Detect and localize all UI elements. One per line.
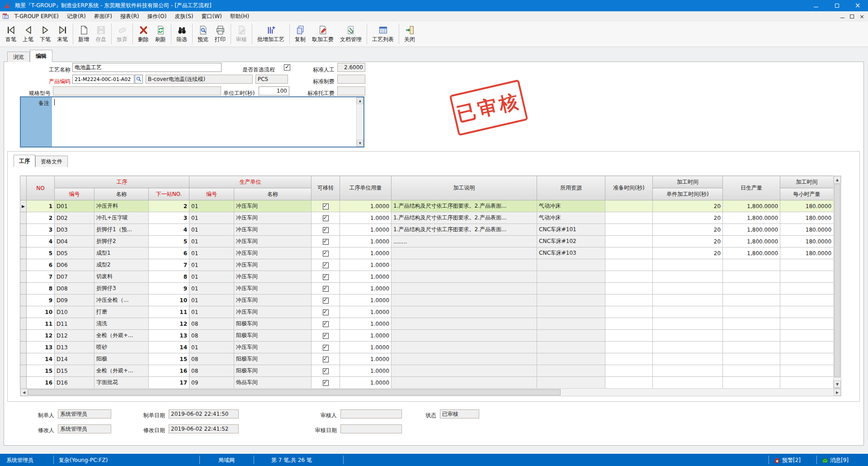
cell-resource[interactable]: CNC车床#101	[537, 224, 605, 236]
column-header-daily-output[interactable]: 日生产量	[723, 176, 780, 200]
cell-usage[interactable]: 1.0000	[340, 200, 392, 212]
movable-checkbox[interactable]	[323, 309, 329, 315]
cell-code[interactable]: D05	[55, 247, 94, 259]
cell-unit-time[interactable]	[653, 259, 723, 271]
toolbar-document-management-button[interactable]: 文档管理	[337, 22, 365, 46]
preferred-flow-checkbox[interactable]	[284, 64, 290, 71]
detail-tab-process[interactable]: 工序	[14, 155, 35, 167]
movable-checkbox[interactable]	[323, 380, 329, 386]
scroll-down-icon[interactable]: ▼	[357, 140, 363, 147]
column-header-code[interactable]: 编号	[55, 188, 94, 200]
cell-next-no[interactable]: 14	[149, 342, 189, 353]
cell-resource[interactable]	[537, 330, 605, 342]
movable-checkbox[interactable]	[323, 286, 329, 292]
movable-checkbox[interactable]	[323, 368, 329, 374]
cell-selector[interactable]	[20, 259, 27, 271]
cell-hourly-output[interactable]	[780, 306, 834, 318]
cell-unit-time[interactable]	[653, 353, 723, 365]
cell-unit-time[interactable]	[653, 365, 723, 377]
movable-checkbox[interactable]	[323, 274, 329, 280]
cell-hourly-output[interactable]: 180.0000	[780, 236, 834, 247]
cell-resource[interactable]: CNC车床#102	[537, 236, 605, 247]
cell-instructions[interactable]	[392, 295, 537, 306]
column-header-prep-time[interactable]: 准备时间(秒)	[605, 176, 653, 200]
cell-next-no[interactable]: 17	[149, 377, 189, 389]
cell-resource[interactable]	[537, 306, 605, 318]
cell-unit-name[interactable]: 冲压车间	[234, 259, 311, 271]
toolbar-batch-add-process-button[interactable]: 批增加工艺	[254, 22, 288, 46]
cell-unit-code[interactable]: 01	[189, 259, 234, 271]
cell-usage[interactable]: 1.0000	[340, 224, 392, 236]
cell-name[interactable]: 折脚仔1（预...	[94, 224, 149, 236]
cell-prep-time[interactable]	[605, 224, 653, 236]
toolbar-refresh-button[interactable]: 刷新	[152, 22, 169, 46]
cell-no[interactable]: 11	[27, 318, 55, 330]
cell-prep-time[interactable]	[605, 295, 653, 306]
cell-next-no[interactable]: 3	[149, 212, 189, 224]
process-name-input[interactable]	[72, 63, 222, 72]
cell-movable[interactable]	[311, 353, 340, 365]
toolbar-new-button[interactable]: 新增	[75, 22, 92, 46]
product-code-input[interactable]	[72, 75, 134, 84]
cell-prep-time[interactable]	[605, 236, 653, 247]
cell-selector[interactable]	[20, 283, 27, 295]
cell-selector[interactable]	[20, 236, 27, 247]
cell-unit-code[interactable]: 01	[189, 247, 234, 259]
cell-prep-time[interactable]	[605, 259, 653, 271]
cell-name[interactable]: 切废料	[94, 271, 149, 283]
cell-daily-output[interactable]: 1,800.0000	[723, 236, 780, 247]
cell-hourly-output[interactable]	[780, 295, 834, 306]
cell-code[interactable]: D04	[55, 236, 94, 247]
cell-movable[interactable]	[311, 236, 340, 247]
cell-no[interactable]: 8	[27, 283, 55, 295]
cell-instructions[interactable]	[392, 330, 537, 342]
toolbar-process-list-button[interactable]: 工艺列表	[369, 22, 397, 46]
cell-usage[interactable]: 1.0000	[340, 318, 392, 330]
cell-unit-code[interactable]: 01	[189, 306, 234, 318]
cell-hourly-output[interactable]	[780, 377, 834, 389]
cell-unit-time[interactable]	[653, 283, 723, 295]
scroll-right-icon[interactable]: ▶	[834, 389, 841, 396]
column-header-next-no[interactable]: 下一站NO.	[149, 188, 189, 200]
column-header-hourly-output[interactable]: 每小时产量	[780, 188, 834, 200]
column-header-no[interactable]: NO	[27, 176, 55, 200]
horizontal-scroll-thumb[interactable]	[28, 389, 561, 395]
movable-checkbox[interactable]	[323, 239, 329, 245]
cell-next-no[interactable]: 15	[149, 353, 189, 365]
cell-unit-code[interactable]: 01	[189, 283, 234, 295]
cell-selector[interactable]	[20, 295, 27, 306]
cell-name[interactable]: 成型1	[94, 247, 149, 259]
toolbar-next-record-button[interactable]: 下笔	[37, 22, 54, 46]
window-minimize-button[interactable]	[806, 0, 826, 11]
cell-movable[interactable]	[311, 342, 340, 353]
table-row[interactable]: 9D09冲压全检（...1001冲压车间1.0000	[20, 295, 834, 306]
cell-selector[interactable]	[20, 271, 27, 283]
table-row[interactable]: ▶1D01冲压开料201冲压车间1.00001.产品结构及尺寸依工序图要求。2.…	[20, 200, 834, 212]
grid-vertical-scrollbar[interactable]: ▲ ▼	[833, 176, 841, 388]
cell-selector[interactable]	[20, 377, 27, 389]
cell-code[interactable]: D07	[55, 271, 94, 283]
cell-hourly-output[interactable]	[780, 353, 834, 365]
cell-resource[interactable]	[537, 283, 605, 295]
cell-hourly-output[interactable]	[780, 259, 834, 271]
cell-usage[interactable]: 1.0000	[340, 353, 392, 365]
cell-usage[interactable]: 1.0000	[340, 365, 392, 377]
cell-name[interactable]: 打磨	[94, 306, 149, 318]
mdi-minimize-icon[interactable]	[840, 18, 844, 18]
cell-unit-time[interactable]	[653, 377, 723, 389]
cell-daily-output[interactable]	[723, 318, 780, 330]
cell-instructions[interactable]	[392, 318, 537, 330]
column-header-unit-code[interactable]: 编号	[189, 188, 234, 200]
cell-movable[interactable]	[311, 318, 340, 330]
cell-usage[interactable]: 1.0000	[340, 271, 392, 283]
movable-checkbox[interactable]	[323, 262, 329, 268]
cell-daily-output[interactable]	[723, 306, 780, 318]
movable-checkbox[interactable]	[323, 321, 329, 327]
cell-hourly-output[interactable]: 180.0000	[780, 224, 834, 236]
cell-name[interactable]: 全检（外观+...	[94, 330, 149, 342]
table-row[interactable]: 2D02冲孔+压字唛301冲压车间1.00001.产品结构及尺寸依工序图要求。2…	[20, 212, 834, 224]
cell-daily-output[interactable]: 1,800.0000	[723, 200, 780, 212]
cell-unit-time[interactable]: 20	[653, 224, 723, 236]
table-row[interactable]: 4D04折脚仔2501冲压车间1.0000........CNC车床#10220…	[20, 236, 834, 247]
table-row[interactable]: 14D14阳极1508阳极车间1.0000	[20, 353, 834, 365]
